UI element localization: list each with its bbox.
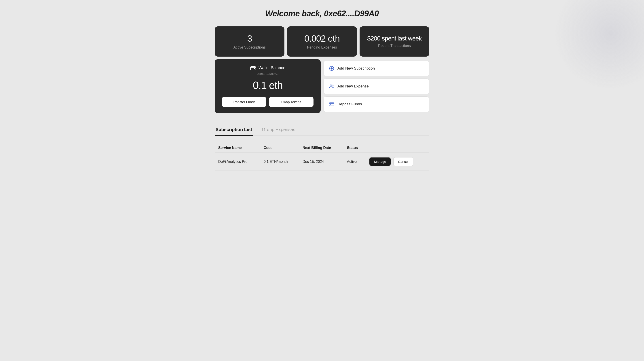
swap-tokens-button[interactable]: Swap Tokens: [269, 97, 314, 107]
wallet-address: 0xe62....D99A0: [257, 72, 278, 76]
col-header-status: Status: [344, 143, 366, 153]
stat-card-subscriptions: 3 Active Subscriptions: [215, 26, 284, 56]
stat-label-subscriptions: Active Subscriptions: [220, 46, 279, 50]
col-header-cost: Cost: [260, 143, 299, 153]
add-expense-label: Add New Expense: [338, 84, 369, 88]
cell-actions: Manage Cancel: [366, 153, 429, 171]
add-subscription-button[interactable]: Add New Subscription: [323, 60, 429, 76]
svg-point-4: [332, 85, 334, 86]
card-icon: [329, 102, 334, 107]
cell-cost: 0.1 ETH/month: [260, 153, 299, 171]
transfer-funds-button[interactable]: Transfer Funds: [222, 97, 266, 107]
users-icon: [329, 84, 334, 89]
stats-row: 3 Active Subscriptions 0.002 eth Pending…: [215, 26, 429, 56]
tabs-section: Subscription List Group Expenses Service…: [215, 124, 429, 171]
table-row: DeFi Analytics Pro 0.1 ETH/month Dec 15,…: [215, 153, 429, 171]
stat-label-expenses: Pending Expenses: [292, 46, 352, 50]
add-subscription-label: Add New Subscription: [338, 66, 375, 71]
svg-point-3: [330, 84, 332, 86]
bottom-row: Wallet Balance 0xe62....D99A0 0.1 eth Tr…: [215, 59, 429, 113]
deposit-funds-button[interactable]: Deposit Funds: [323, 96, 429, 112]
manage-button[interactable]: Manage: [370, 158, 390, 166]
deposit-funds-label: Deposit Funds: [338, 102, 362, 106]
wallet-card: Wallet Balance 0xe62....D99A0 0.1 eth Tr…: [215, 59, 321, 113]
tabs-row: Subscription List Group Expenses: [215, 124, 429, 136]
cell-status: Active: [344, 153, 366, 171]
plus-circle-icon: [329, 66, 334, 71]
stat-value-expenses: 0.002 eth: [292, 34, 352, 44]
svg-rect-5: [329, 103, 334, 106]
wallet-buttons: Transfer Funds Swap Tokens: [222, 97, 314, 107]
wallet-header: Wallet Balance: [250, 66, 285, 70]
tab-subscription-list[interactable]: Subscription List: [215, 124, 253, 136]
stat-label-transactions: Recent Transactions: [365, 44, 424, 48]
col-header-billing: Next Billing Date: [299, 143, 343, 153]
add-expense-button[interactable]: Add New Expense: [323, 78, 429, 94]
wallet-title: Wallet Balance: [258, 66, 285, 70]
page-title: Welcome back, 0xe62....D99A0: [215, 9, 429, 18]
stat-value-subscriptions: 3: [220, 34, 279, 44]
actions-panel: Add New Subscription Add New Expense: [323, 59, 429, 113]
stat-card-expenses: 0.002 eth Pending Expenses: [287, 26, 357, 56]
svg-rect-6: [330, 104, 331, 105]
wallet-icon: [250, 66, 256, 70]
col-header-actions: [366, 143, 429, 153]
col-header-service: Service Name: [215, 143, 260, 153]
stat-card-transactions: $200 spent last week Recent Transactions: [360, 26, 429, 56]
cancel-button[interactable]: Cancel: [393, 157, 413, 166]
stat-value-transactions: $200 spent last week: [365, 34, 424, 42]
wallet-balance: 0.1 eth: [253, 79, 283, 92]
svg-rect-1: [254, 68, 255, 69]
cell-billing: Dec 15, 2024: [299, 153, 343, 171]
cell-service: DeFi Analytics Pro: [215, 153, 260, 171]
tab-group-expenses[interactable]: Group Expenses: [261, 124, 296, 136]
subscription-table: Service Name Cost Next Billing Date Stat…: [215, 143, 429, 171]
